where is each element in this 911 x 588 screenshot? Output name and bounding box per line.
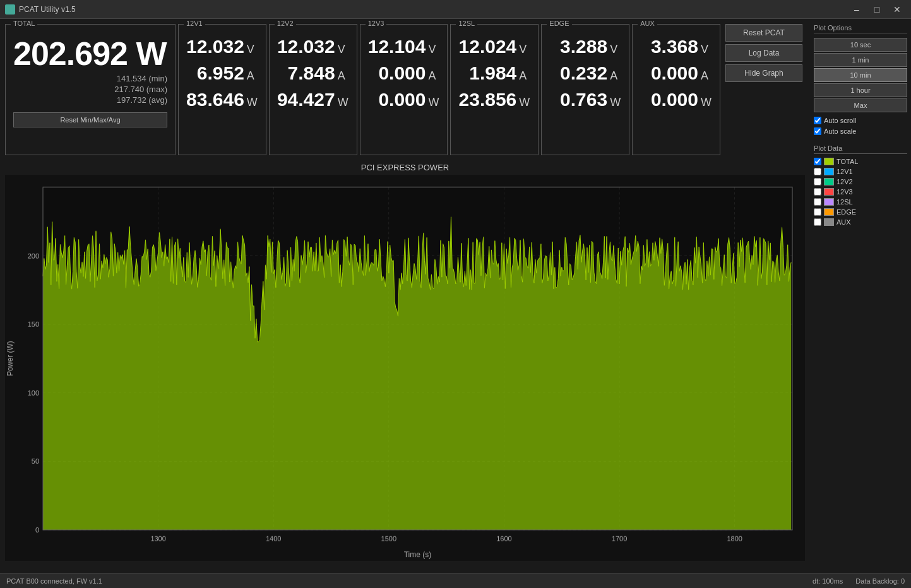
app-title: PCAT Utility v1.5	[19, 5, 76, 14]
plot-options-title: Plot Options	[814, 24, 907, 33]
plot-data-row-total: TOTAL	[814, 158, 907, 165]
graph-section: PCI EXPRESS POWER	[0, 160, 810, 573]
plot-checkbox-12sl[interactable]	[814, 198, 821, 206]
color-swatch-12v3	[824, 188, 834, 196]
color-swatch-edge	[824, 208, 834, 216]
plot-label-total: TOTAL	[837, 158, 858, 165]
plot-btn-10sec[interactable]: 10 sec	[814, 38, 907, 52]
reset-minmax-button[interactable]: Reset Min/Max/Avg	[13, 112, 167, 127]
plot-data-items: TOTAL 12V1 12V2 12V3 12SL EDGE AUX	[814, 158, 907, 226]
channel-box-12sl: 12SL 12.024 V 1.984 A 23.856 W	[450, 24, 539, 155]
channel-box-12v3: 12V3 12.104 V 0.000 A 0.000 W	[360, 24, 448, 155]
channel-current-4: 0.232	[560, 62, 607, 84]
plot-checkbox-12v1[interactable]	[814, 168, 821, 175]
close-button[interactable]: ✕	[888, 3, 906, 16]
main-area: TOTAL 202.692 W 141.534 (min) 217.740 (m…	[0, 19, 911, 573]
plot-checkbox-edge[interactable]	[814, 208, 821, 216]
channel-box-12v2: 12V2 12.032 V 7.848 A 94.427 W	[269, 24, 357, 155]
channel-voltage-1: 12.032	[277, 36, 335, 57]
total-label: TOTAL	[11, 20, 37, 27]
graph-container	[5, 175, 805, 561]
status-backlog: Data Backlog: 0	[855, 577, 905, 585]
auto-scale-checkbox[interactable]	[814, 127, 821, 135]
plot-checkbox-12v3[interactable]	[814, 188, 821, 196]
plot-btn-max[interactable]: Max	[814, 98, 907, 112]
log-data-button[interactable]: Log Data	[725, 44, 802, 62]
statusbar-right: dt: 100ms Data Backlog: 0	[813, 577, 905, 585]
color-swatch-aux	[824, 218, 834, 226]
total-avg: 197.732 (avg)	[13, 95, 167, 105]
plot-btn-1min[interactable]: 1 min	[814, 53, 907, 67]
plot-btn-10min[interactable]: 10 min	[814, 68, 907, 82]
plot-checkbox-aux[interactable]	[814, 218, 821, 226]
total-box: TOTAL 202.692 W 141.534 (min) 217.740 (m…	[5, 24, 176, 155]
channel-voltage-4: 3.288	[560, 36, 607, 57]
channel-label-5: AUX	[638, 20, 657, 27]
channel-label-3: 12SL	[456, 20, 477, 27]
channel-power-1: 94.427	[277, 89, 335, 110]
auto-scale-row: Auto scale	[814, 127, 907, 135]
content-area: TOTAL 202.692 W 141.534 (min) 217.740 (m…	[0, 19, 810, 573]
channel-label-1: 12V2	[275, 20, 296, 27]
plot-data-row-12v3: 12V3	[814, 188, 907, 196]
plot-data-row-12v1: 12V1	[814, 168, 907, 175]
plot-label-edge: EDGE	[837, 208, 856, 216]
channel-power-2: 0.000	[378, 89, 426, 110]
channel-power-3: 23.856	[459, 89, 517, 110]
plot-data-title: Plot Data	[814, 144, 907, 154]
plot-checkbox-12v2[interactable]	[814, 178, 821, 185]
reset-pcat-button[interactable]: Reset PCAT	[725, 24, 802, 42]
channel-power-0: 83.646	[186, 89, 244, 110]
channel-box-aux: AUX 3.368 V 0.000 A 0.000 W	[632, 24, 720, 155]
channels-container: 12V1 12.032 V 6.952 A 83.646 W 12V2 12.0…	[178, 24, 720, 155]
channel-current-5: 0.000	[651, 62, 698, 84]
color-swatch-12v2	[824, 178, 834, 185]
plot-label-12v3: 12V3	[837, 188, 853, 196]
channel-voltage-5: 3.368	[651, 36, 698, 57]
channel-box-edge: EDGE 3.288 V 0.232 A 0.763 W	[541, 24, 629, 155]
status-dt: dt: 100ms	[813, 577, 843, 585]
channel-voltage-0: 12.032	[186, 36, 244, 57]
color-swatch-12sl	[824, 198, 834, 206]
channel-current-1: 7.848	[288, 62, 335, 84]
minimize-button[interactable]: –	[848, 3, 866, 16]
plot-label-12v2: 12V2	[837, 178, 853, 185]
plot-time-buttons: 10 sec1 min10 min1 hourMax	[814, 38, 907, 114]
titlebar: PCAT Utility v1.5 – □ ✕	[0, 0, 911, 19]
auto-scroll-label: Auto scroll	[824, 117, 856, 124]
channel-power-4: 0.763	[560, 89, 607, 110]
channel-current-2: 0.000	[378, 62, 426, 84]
hide-graph-button[interactable]: Hide Graph	[725, 64, 802, 82]
titlebar-left: PCAT Utility v1.5	[5, 4, 76, 15]
plot-data-row-12v2: 12V2	[814, 178, 907, 185]
plot-btn-1hour[interactable]: 1 hour	[814, 83, 907, 97]
total-min: 141.534 (min)	[13, 74, 167, 83]
auto-scale-label: Auto scale	[824, 127, 856, 135]
channel-box-12v1: 12V1 12.032 V 6.952 A 83.646 W	[178, 24, 266, 155]
power-chart	[5, 175, 805, 561]
auto-scroll-checkbox[interactable]	[814, 117, 821, 124]
channel-label-2: 12V3	[366, 20, 387, 27]
right-action-buttons: Reset PCATLog DataHide Graph	[723, 24, 805, 155]
total-max: 217.740 (max)	[13, 85, 167, 94]
channel-current-3: 1.984	[469, 62, 516, 84]
plot-data-row-aux: AUX	[814, 218, 907, 226]
plot-label-12sl: 12SL	[837, 198, 853, 206]
plot-checkbox-total[interactable]	[814, 158, 821, 165]
metrics-row: TOTAL 202.692 W 141.534 (min) 217.740 (m…	[0, 19, 810, 160]
plot-label-aux: AUX	[837, 218, 851, 226]
auto-scroll-row: Auto scroll	[814, 117, 907, 124]
channel-power-5: 0.000	[651, 89, 698, 110]
statusbar: PCAT B00 connected, FW v1.1 dt: 100ms Da…	[0, 573, 911, 588]
channel-current-0: 6.952	[197, 62, 244, 84]
window-controls: – □ ✕	[848, 3, 906, 16]
maximize-button[interactable]: □	[868, 3, 886, 16]
total-watts: 202.692 W	[13, 35, 167, 73]
channel-label-4: EDGE	[547, 20, 571, 27]
channel-label-0: 12V1	[184, 20, 205, 27]
color-swatch-total	[824, 158, 834, 165]
plot-data-row-12sl: 12SL	[814, 198, 907, 206]
plot-label-12v1: 12V1	[837, 168, 853, 175]
channel-voltage-2: 12.104	[368, 36, 426, 57]
status-connection: PCAT B00 connected, FW v1.1	[6, 577, 102, 585]
